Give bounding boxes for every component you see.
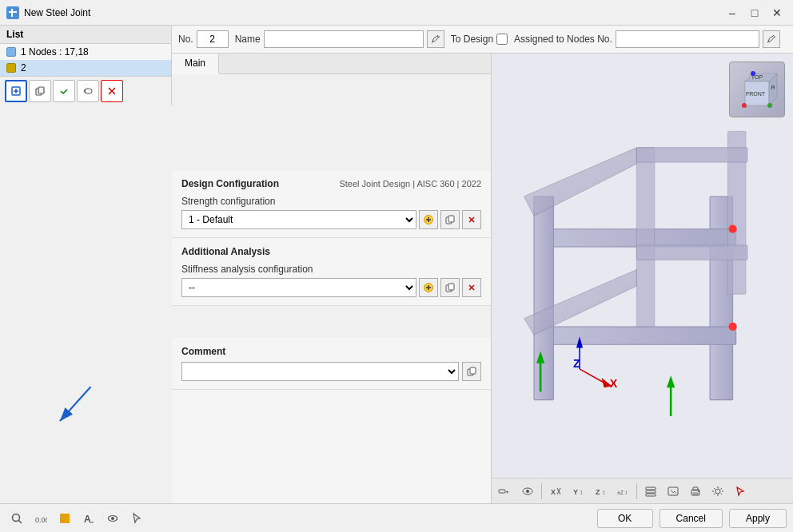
validate-button[interactable] — [53, 80, 75, 102]
comment-row: Comment — [181, 346, 481, 357]
assigned-input[interactable] — [616, 30, 759, 48]
svg-text:▾: ▾ — [506, 490, 508, 494]
name-label: Name — [235, 34, 261, 45]
viewport-toolbar: ▾ X Y↕ Z↕ ±Z↕ — [492, 478, 793, 503]
vp-layers-btn[interactable] — [640, 481, 661, 502]
svg-point-42 — [729, 323, 737, 331]
maximize-button[interactable]: □ — [745, 3, 764, 22]
name-edit-button[interactable] — [427, 30, 444, 48]
svg-rect-14 — [426, 287, 431, 288]
strength-label: Strength configuration — [181, 196, 481, 207]
svg-rect-63 — [646, 487, 656, 490]
add-item-button[interactable] — [5, 80, 27, 102]
to-design-checkbox[interactable] — [496, 34, 508, 45]
delete-button[interactable] — [101, 80, 123, 102]
design-config-title: Design Configuration — [181, 178, 279, 189]
vp-axis-x-btn[interactable]: X — [545, 481, 566, 502]
vp-render-btn[interactable] — [663, 481, 683, 502]
right-panel: No. Name To Design Assigned to Nodes No. — [172, 26, 793, 503]
list-item[interactable]: 1 Nodes : 17,18 — [0, 44, 171, 60]
comment-controls — [181, 362, 481, 381]
svg-rect-18 — [470, 367, 476, 374]
list-item-label: 1 Nodes : 17,18 — [21, 46, 89, 58]
vp-settings-btn[interactable] — [707, 481, 728, 502]
list-header: List — [0, 26, 171, 44]
assigned-edit-button[interactable] — [763, 30, 780, 48]
bottom-cursor-btn[interactable] — [126, 508, 147, 529]
vp-print-btn[interactable] — [685, 481, 706, 502]
svg-point-71 — [715, 489, 720, 494]
list-item-label-2: 2 — [21, 62, 26, 73]
vp-cursor-btn[interactable] — [730, 481, 751, 502]
vp-eye-btn[interactable] — [517, 481, 538, 502]
design-config-header: Design Configuration Steel Joint Design … — [181, 178, 481, 189]
item-dot-blue — [6, 47, 16, 57]
svg-rect-64 — [646, 490, 656, 493]
copy-item-button[interactable] — [29, 80, 51, 102]
svg-point-70 — [698, 490, 699, 492]
bottom-color-btn[interactable] — [54, 508, 75, 529]
bottom-text-btn[interactable]: A — [78, 508, 99, 529]
svg-rect-11 — [448, 216, 454, 222]
apply-button[interactable]: Apply — [729, 509, 787, 528]
strength-select[interactable]: 1 - Default — [181, 210, 416, 229]
name-input[interactable] — [264, 30, 424, 48]
undo-button[interactable] — [77, 80, 99, 102]
svg-point-25 — [742, 103, 747, 108]
vp-separator-2 — [636, 483, 637, 499]
svg-point-27 — [751, 71, 755, 76]
strength-add-btn[interactable] — [419, 210, 438, 229]
svg-text:X: X — [610, 377, 618, 390]
additional-analysis-title: Additional Analysis — [181, 246, 270, 257]
vp-axis-y-btn[interactable]: Y↕ — [568, 481, 588, 502]
design-config-section: Design Configuration Steel Joint Design … — [172, 170, 491, 238]
tab-main[interactable]: Main — [172, 54, 219, 74]
svg-point-26 — [767, 103, 772, 108]
bottom-num-btn[interactable]: 0.00 — [30, 508, 51, 529]
bottom-search-btn[interactable] — [6, 508, 27, 529]
svg-text:±Z: ±Z — [617, 490, 624, 495]
stiffness-delete-btn[interactable] — [462, 278, 481, 297]
bottom-bar-right: OK Cancel Apply — [597, 509, 787, 528]
viewport-3d[interactable]: TOP FRONT R — [492, 54, 793, 503]
svg-point-53 — [526, 490, 529, 493]
design-config-subtitle: Steel Joint Design | AISC 360 | 2022 — [339, 179, 481, 189]
svg-text:Y: Y — [573, 488, 578, 496]
vp-separator-1 — [541, 483, 542, 499]
vp-axis-z2-btn[interactable]: ±Z↕ — [612, 481, 633, 502]
item-dot-yellow — [6, 63, 16, 73]
svg-point-79 — [111, 517, 114, 520]
left-bottom-toolbar — [0, 76, 171, 105]
svg-text:0.00: 0.00 — [35, 516, 47, 524]
stiffness-copy-btn[interactable] — [440, 278, 460, 297]
comment-select[interactable] — [181, 362, 459, 381]
stiffness-add-btn[interactable] — [419, 278, 438, 297]
bottom-eye-btn[interactable] — [102, 508, 123, 529]
vp-axis-z-btn[interactable]: Z↕ — [590, 481, 611, 502]
cancel-button[interactable]: Cancel — [660, 509, 723, 528]
nav-cube[interactable]: TOP FRONT R — [729, 62, 785, 117]
list-item-selected[interactable]: 2 — [0, 60, 171, 76]
no-label: No. — [178, 34, 193, 45]
svg-point-72 — [13, 514, 20, 521]
viewport-canvas[interactable]: TOP FRONT R — [492, 54, 793, 478]
config-empty-area — [172, 74, 491, 170]
strength-copy-btn[interactable] — [440, 210, 460, 229]
list-area[interactable]: 1 Nodes : 17,18 2 — [0, 44, 171, 76]
ok-button[interactable]: OK — [597, 509, 653, 528]
name-group: Name — [235, 30, 444, 48]
no-input[interactable] — [197, 30, 229, 48]
svg-line-47 — [580, 369, 606, 383]
comment-copy-btn[interactable] — [462, 362, 481, 381]
window-controls: – □ ✕ — [723, 3, 787, 22]
vp-scale-btn[interactable]: ▾ — [495, 481, 516, 502]
close-button[interactable]: ✕ — [767, 3, 787, 22]
tab-bar: Main — [172, 54, 491, 74]
stiffness-select[interactable]: -- — [181, 278, 416, 297]
minimize-button[interactable]: – — [723, 3, 742, 22]
strength-delete-btn[interactable] — [462, 210, 481, 229]
svg-rect-29 — [540, 327, 736, 344]
svg-rect-50 — [499, 490, 505, 493]
window-title: New Steel Joint — [24, 7, 723, 18]
svg-line-6 — [60, 387, 91, 421]
